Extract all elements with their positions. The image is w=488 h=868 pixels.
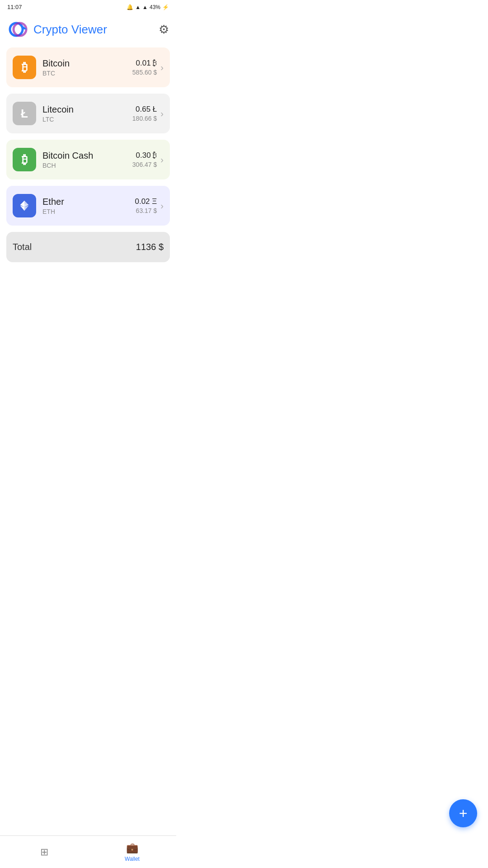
wallet-label: Wallet bbox=[125, 856, 140, 862]
notification-icon: 🔔 bbox=[127, 4, 133, 10]
bitcoincash-name: Bitcoin Cash bbox=[42, 151, 93, 161]
nav-item-wallet[interactable]: 💼 Wallet bbox=[88, 836, 176, 868]
battery-icon: ⚡ bbox=[162, 4, 169, 10]
card-left-litecoin: Ł Litecoin LTC bbox=[13, 102, 74, 125]
bitcoincash-icon: ₿ bbox=[13, 148, 36, 171]
ether-values: 0.02 Ξ 63.17 $ bbox=[135, 197, 157, 214]
app-logo bbox=[7, 19, 29, 40]
wallet-icon: 💼 bbox=[126, 842, 138, 854]
total-label: Total bbox=[13, 242, 32, 252]
bottom-nav: ⊞ 💼 Wallet bbox=[0, 835, 176, 868]
crypto-list: ₿ Bitcoin BTC 0.01 ₿ 585.60 $ › Ł Liteco… bbox=[0, 47, 176, 262]
card-right-bitcoincash: 0.30 ₿ 306.47 $ › bbox=[132, 151, 164, 168]
wifi-icon: ▲ bbox=[135, 4, 141, 10]
litecoin-amount: 0.65 Ł bbox=[132, 105, 157, 114]
bitcoin-name: Bitcoin bbox=[42, 58, 70, 69]
ether-icon bbox=[13, 194, 36, 217]
ether-chevron: › bbox=[160, 201, 164, 211]
settings-icon[interactable]: ⚙ bbox=[159, 23, 169, 37]
bitcoincash-usd: 306.47 $ bbox=[132, 161, 157, 168]
bitcoincash-info: Bitcoin Cash BCH bbox=[42, 151, 93, 169]
crypto-card-litecoin[interactable]: Ł Litecoin LTC 0.65 Ł 180.66 $ › bbox=[6, 94, 170, 133]
crypto-card-bitcoin[interactable]: ₿ Bitcoin BTC 0.01 ₿ 585.60 $ › bbox=[6, 47, 170, 87]
card-right-ether: 0.02 Ξ 63.17 $ › bbox=[135, 197, 164, 214]
grid-icon: ⊞ bbox=[40, 846, 48, 858]
header-left: Crypto Viewer bbox=[7, 19, 107, 40]
bitcoin-info: Bitcoin BTC bbox=[42, 58, 70, 77]
ether-amount: 0.02 Ξ bbox=[135, 197, 157, 206]
total-card: Total 1136 $ bbox=[6, 232, 170, 262]
nav-item-grid[interactable]: ⊞ bbox=[0, 836, 88, 868]
litecoin-values: 0.65 Ł 180.66 $ bbox=[132, 105, 157, 122]
litecoin-name: Litecoin bbox=[42, 104, 74, 115]
litecoin-symbol: LTC bbox=[42, 116, 74, 123]
bitcoin-usd: 585.60 $ bbox=[132, 69, 157, 76]
crypto-card-ether[interactable]: Ether ETH 0.02 Ξ 63.17 $ › bbox=[6, 186, 170, 226]
litecoin-icon: Ł bbox=[13, 102, 36, 125]
total-value: 1136 $ bbox=[136, 242, 164, 252]
status-bar: 11:07 🔔 ▲ ▲ 43% ⚡ bbox=[0, 0, 176, 14]
litecoin-info: Litecoin LTC bbox=[42, 104, 74, 123]
signal-icon: ▲ bbox=[142, 4, 148, 10]
crypto-card-bitcoincash[interactable]: ₿ Bitcoin Cash BCH 0.30 ₿ 306.47 $ › bbox=[6, 140, 170, 179]
litecoin-chevron: › bbox=[160, 108, 164, 119]
bitcoin-symbol: BTC bbox=[42, 70, 70, 77]
bitcoin-amount: 0.01 ₿ bbox=[132, 59, 157, 68]
ether-info: Ether ETH bbox=[42, 197, 64, 215]
ether-name: Ether bbox=[42, 197, 64, 207]
bitcoin-chevron: › bbox=[160, 62, 164, 73]
card-left-bitcoincash: ₿ Bitcoin Cash BCH bbox=[13, 148, 93, 171]
ether-symbol: ETH bbox=[42, 208, 64, 215]
card-left-bitcoin: ₿ Bitcoin BTC bbox=[13, 56, 70, 79]
litecoin-usd: 180.66 $ bbox=[132, 115, 157, 122]
card-right-bitcoin: 0.01 ₿ 585.60 $ › bbox=[132, 59, 164, 76]
bitcoincash-amount: 0.30 ₿ bbox=[132, 151, 157, 160]
bitcoin-icon: ₿ bbox=[13, 56, 36, 79]
bitcoin-values: 0.01 ₿ 585.60 $ bbox=[132, 59, 157, 76]
battery-text: 43% bbox=[150, 4, 160, 10]
bitcoincash-symbol: BCH bbox=[42, 162, 93, 169]
card-right-litecoin: 0.65 Ł 180.66 $ › bbox=[132, 105, 164, 122]
app-header: Crypto Viewer ⚙ bbox=[0, 14, 176, 47]
ether-usd: 63.17 $ bbox=[135, 207, 157, 214]
app-title: Crypto Viewer bbox=[33, 23, 107, 37]
status-time: 11:07 bbox=[7, 4, 22, 10]
status-icons: 🔔 ▲ ▲ 43% ⚡ bbox=[127, 4, 169, 10]
card-left-ether: Ether ETH bbox=[13, 194, 64, 217]
bitcoincash-chevron: › bbox=[160, 155, 164, 165]
bitcoincash-values: 0.30 ₿ 306.47 $ bbox=[132, 151, 157, 168]
